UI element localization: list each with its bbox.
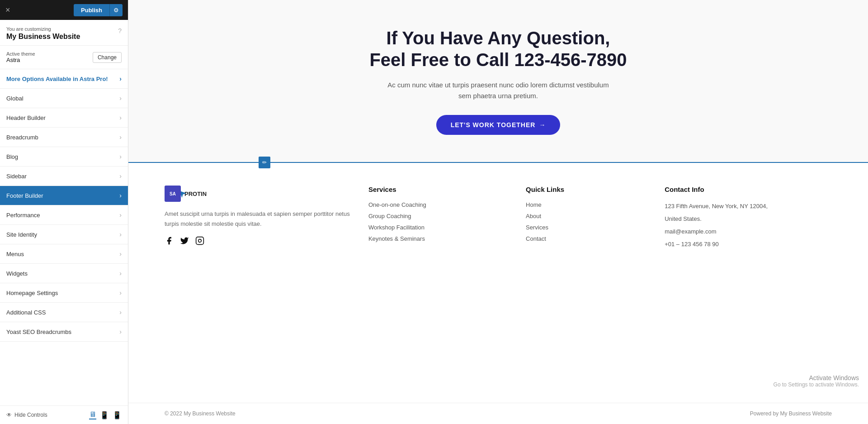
service-link-3[interactable]: Workshop Facilitation	[368, 224, 508, 231]
powered-text: Powered by My Business Website	[750, 410, 832, 417]
customizing-title: My Business Website	[6, 33, 80, 41]
tablet-icon[interactable]: 📱	[100, 410, 109, 419]
help-icon[interactable]: ?	[118, 27, 122, 34]
quicklink-services[interactable]: Services	[526, 224, 646, 231]
chevron-icon: ›	[119, 153, 122, 160]
menu-item-homepage-settings[interactable]: Homepage Settings ›	[0, 283, 128, 303]
customizing-prefix: You are customizing	[6, 26, 80, 32]
footer-contact-col: Contact Info 123 Fifth Avenue, New York,…	[665, 186, 832, 252]
twitter-icon[interactable]	[180, 236, 189, 248]
menu-list: More Options Available in Astra Pro! › G…	[0, 69, 128, 342]
device-icons: 🖥 📱 📱	[89, 410, 122, 419]
quicklink-home[interactable]: Home	[526, 201, 646, 208]
publish-settings-button[interactable]: ⚙	[109, 4, 123, 16]
footer-quicklinks-col: Quick Links Home About Services Contact	[526, 186, 646, 252]
logo-subtext: PROTIN	[184, 191, 207, 197]
publish-button[interactable]: Publish	[74, 4, 109, 16]
menu-item-performance[interactable]: Performance ›	[0, 205, 128, 225]
cta-heading: If You Have Any Question, Feel Free to C…	[369, 27, 627, 71]
theme-label: Active theme	[6, 51, 35, 57]
quicklinks-title: Quick Links	[526, 186, 646, 193]
menu-item-header-builder[interactable]: Header Builder ›	[0, 108, 128, 128]
menu-item-footer-builder[interactable]: Footer Builder ›	[0, 186, 128, 205]
quicklink-about[interactable]: About	[526, 213, 646, 219]
chevron-icon: ›	[119, 309, 122, 316]
desktop-icon[interactable]: 🖥	[89, 410, 96, 419]
contact-title: Contact Info	[665, 186, 832, 193]
footer-brand-col: SA PROTIN Amet suscipit urna turpis in m…	[165, 186, 350, 252]
chevron-icon: ›	[119, 192, 122, 199]
chevron-icon: ›	[119, 231, 122, 238]
cta-button[interactable]: LET'S WORK TOGETHER →	[436, 115, 561, 135]
menu-item-global[interactable]: Global ›	[0, 89, 128, 108]
chevron-icon: ›	[119, 270, 122, 277]
service-link-1[interactable]: One-on-one Coaching	[368, 201, 508, 208]
cta-button-label: LET'S WORK TOGETHER	[451, 121, 536, 129]
chevron-icon: ›	[119, 250, 122, 257]
theme-name: Astra	[6, 57, 35, 63]
top-bar: × Publish ⚙	[0, 0, 128, 20]
logo-icon: SA	[165, 186, 181, 202]
cta-section: If You Have Any Question, Feel Free to C…	[128, 0, 868, 162]
chevron-icon: ›	[119, 95, 122, 102]
social-icons	[165, 236, 350, 248]
menu-item-blog[interactable]: Blog ›	[0, 147, 128, 167]
mobile-icon[interactable]: 📱	[113, 410, 122, 419]
contact-email: mail@example.com	[665, 227, 832, 237]
menu-item-site-identity[interactable]: Site Identity ›	[0, 225, 128, 244]
chevron-icon: ›	[119, 211, 122, 219]
footer-section: ✏ ➤ SA PROTIN Amet suscipit urna turpis …	[128, 162, 868, 403]
footer-description: Amet suscipit urna turpis in malesuada e…	[165, 209, 350, 229]
services-title: Services	[368, 186, 508, 193]
menu-item-sidebar[interactable]: Sidebar ›	[0, 167, 128, 186]
footer-edit-icon[interactable]: ✏	[259, 157, 270, 168]
chevron-icon: ›	[119, 289, 122, 296]
quicklink-contact[interactable]: Contact	[526, 235, 646, 242]
cta-subtext: Ac cum nunc vitae ut turpis praesent nun…	[381, 80, 616, 101]
menu-item-menus[interactable]: Menus ›	[0, 244, 128, 264]
change-theme-button[interactable]: Change	[93, 52, 122, 63]
chevron-icon: ›	[119, 328, 122, 335]
menu-item-widgets[interactable]: Widgets ›	[0, 264, 128, 283]
instagram-icon[interactable]	[195, 236, 204, 248]
publish-button-group: Publish ⚙	[74, 4, 123, 16]
theme-info: Active theme Astra Change	[0, 46, 128, 69]
cta-heading-line1: If You Have Any Question,	[387, 28, 610, 48]
copyright-text: © 2022 My Business Website	[165, 410, 236, 417]
service-link-2[interactable]: Group Coaching	[368, 213, 508, 219]
footer-logo: SA PROTIN	[165, 186, 350, 202]
menu-item-additional-css[interactable]: Additional CSS ›	[0, 303, 128, 322]
preview-area: If You Have Any Question, Feel Free to C…	[128, 0, 868, 424]
footer-grid: SA PROTIN Amet suscipit urna turpis in m…	[165, 186, 832, 252]
contact-country: United States.	[665, 214, 832, 224]
svg-rect-0	[196, 237, 204, 245]
service-link-4[interactable]: Keynotes & Seminars	[368, 235, 508, 242]
footer-bottom-bar: © 2022 My Business Website Powered by My…	[128, 403, 868, 424]
customizer-panel: × Publish ⚙ You are customizing My Busin…	[0, 0, 128, 424]
close-button[interactable]: ×	[5, 5, 10, 15]
chevron-icon: ›	[119, 172, 122, 180]
chevron-icon: ›	[119, 133, 122, 141]
contact-phone: +01 – 123 456 78 90	[665, 239, 832, 249]
chevron-icon: ›	[119, 114, 122, 121]
chevron-icon: ›	[119, 75, 122, 82]
menu-item-yoast-seo[interactable]: Yoast SEO Breadcrumbs ›	[0, 322, 128, 342]
logo-icon-text: SA	[170, 191, 176, 196]
customizing-info: You are customizing My Business Website …	[0, 20, 128, 46]
menu-item-breadcrumb[interactable]: Breadcrumb ›	[0, 128, 128, 147]
menu-item-astra-pro[interactable]: More Options Available in Astra Pro! ›	[0, 69, 128, 89]
eye-icon: 👁	[6, 412, 12, 418]
hide-controls-button[interactable]: 👁 Hide Controls	[6, 412, 47, 418]
facebook-icon[interactable]	[165, 236, 174, 248]
footer-services-col: Services One-on-one Coaching Group Coach…	[368, 186, 508, 252]
cta-arrow-icon: →	[539, 121, 546, 129]
contact-address: 123 Fifth Avenue, New York, NY 12004,	[665, 201, 832, 211]
bottom-bar: 👁 Hide Controls 🖥 📱 📱	[0, 405, 128, 424]
cta-heading-line2: Feel Free to Call 123-456-7890	[369, 50, 627, 70]
hide-controls-label: Hide Controls	[14, 412, 47, 418]
